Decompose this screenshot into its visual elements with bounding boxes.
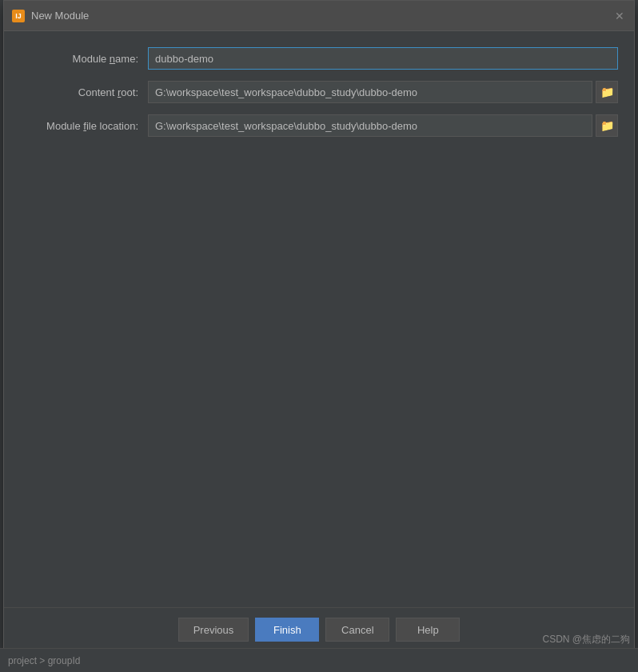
module-name-input-wrapper bbox=[148, 47, 618, 70]
title-left: IJ New Module bbox=[12, 10, 89, 22]
module-name-row: Module name: bbox=[20, 47, 618, 70]
csdn-watermark: CSDN @焦虑的二狗 bbox=[542, 633, 630, 646]
content-root-input-wrapper: 📁 bbox=[148, 81, 618, 103]
module-name-label: Module name: bbox=[20, 53, 148, 65]
dialog-titlebar: IJ New Module ✕ bbox=[4, 1, 634, 31]
module-file-location-input[interactable] bbox=[148, 114, 592, 137]
module-file-location-label: Module file location: bbox=[20, 120, 148, 132]
status-bar: project > groupId bbox=[0, 648, 638, 672]
content-root-browse-button[interactable]: 📁 bbox=[596, 81, 618, 103]
dialog-app-icon: IJ bbox=[12, 10, 25, 22]
module-file-location-browse-button[interactable]: 📁 bbox=[596, 114, 618, 137]
breadcrumb: project > groupId bbox=[8, 655, 80, 666]
new-module-dialog: IJ New Module ✕ Module name: Content roo… bbox=[3, 0, 635, 655]
folder-icon: 📁 bbox=[600, 86, 614, 98]
help-button[interactable]: Help bbox=[396, 618, 460, 642]
dialog-title: New Module bbox=[31, 10, 89, 22]
finish-button[interactable]: Finish bbox=[255, 618, 319, 642]
module-name-input[interactable] bbox=[148, 47, 618, 70]
folder-icon-2: 📁 bbox=[600, 119, 614, 132]
dialog-content: Module name: Content root: 📁 Module file… bbox=[4, 31, 634, 607]
cancel-button[interactable]: Cancel bbox=[325, 618, 389, 642]
module-file-location-row: Module file location: 📁 bbox=[20, 114, 618, 137]
close-button[interactable]: ✕ bbox=[613, 10, 626, 22]
module-file-location-input-wrapper: 📁 bbox=[148, 114, 618, 137]
content-root-input[interactable] bbox=[148, 81, 592, 103]
content-root-label: Content root: bbox=[20, 86, 148, 98]
previous-button[interactable]: Previous bbox=[178, 618, 249, 642]
content-root-row: Content root: 📁 bbox=[20, 81, 618, 103]
